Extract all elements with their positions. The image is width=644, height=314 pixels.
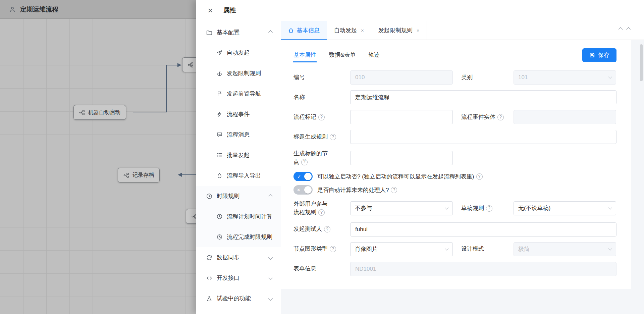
chevron-up-icon — [268, 30, 273, 35]
flow-node-auto-start[interactable]: 机器自动启动 — [73, 105, 126, 120]
experiment-icon — [206, 296, 212, 302]
help-icon[interactable] — [301, 159, 308, 165]
drawer-header: 属性 — [196, 0, 644, 21]
scrollbar-thumb[interactable] — [640, 44, 643, 81]
sidebar-group-dev-api[interactable]: 开发接口 — [196, 268, 281, 288]
toggle-knob — [304, 186, 312, 194]
draft-rule-select[interactable]: 无(不设草稿) — [514, 201, 616, 215]
tab-panel: 基本属性 数据&表单 轨迹 保存 编号 类别 — [281, 40, 644, 314]
category-select: 101 — [514, 70, 616, 85]
scroll-up-icon[interactable] — [626, 27, 631, 32]
form-card: 基本属性 数据&表单 轨迹 保存 编号 类别 — [281, 40, 631, 289]
test-user-input[interactable] — [350, 222, 616, 237]
code-icon — [206, 275, 212, 281]
droplet-icon — [217, 173, 222, 178]
subtab-basic-props[interactable]: 基本属性 — [293, 51, 316, 59]
chevron-down-icon — [268, 296, 273, 301]
tab-auto-initiate[interactable]: 自动发起 — [327, 21, 371, 40]
drawer-title: 属性 — [223, 6, 236, 15]
help-icon[interactable] — [476, 173, 483, 180]
chevron-down-icon — [445, 206, 448, 209]
sidebar-item-process-import-export[interactable]: 流程导入导出 — [196, 165, 281, 186]
close-tab-icon[interactable] — [361, 28, 364, 33]
help-icon[interactable] — [324, 226, 330, 232]
flag-icon — [217, 91, 222, 97]
clock-icon — [217, 234, 222, 240]
flow-icon — [188, 62, 194, 68]
subtab-track[interactable]: 轨迹 — [368, 51, 380, 59]
design-mode-select: 极简 — [514, 242, 616, 256]
flow-icon — [79, 110, 85, 115]
flow-icon — [123, 172, 129, 178]
tab-basic-info[interactable]: 基本信息 — [281, 21, 327, 40]
message-icon — [217, 132, 222, 138]
chevron-up-icon — [268, 194, 273, 198]
flow-mark-label: 流程标记 — [293, 113, 350, 121]
help-icon[interactable] — [330, 134, 336, 140]
subtab-data-form[interactable]: 数据&表单 — [329, 51, 356, 59]
independent-start-label: 可以独立启动否? (独立启动的流程可以显示在发起流程列表里) — [317, 173, 474, 180]
sidebar-group-data-sync[interactable]: 数据同步 — [196, 247, 281, 268]
list-icon — [217, 152, 222, 158]
sidebar-item-pre-initiate-navigation[interactable]: 发起前置导航 — [196, 84, 281, 104]
sidebar-group-time-rules[interactable]: 时限规则 — [196, 186, 281, 206]
name-label: 名称 — [293, 93, 350, 102]
help-icon[interactable] — [318, 114, 325, 120]
node-graphic-type-label: 节点图形类型 — [293, 245, 350, 253]
tab-initiate-restriction[interactable]: 发起限制规则 — [371, 21, 427, 40]
sidebar-group-basic-config[interactable]: 基本配置 — [196, 22, 281, 43]
number-input — [350, 70, 453, 85]
chevron-down-icon — [445, 247, 448, 250]
number-label: 编号 — [293, 73, 350, 82]
sidebar-item-complete-time-rule[interactable]: 流程完成时限规则 — [196, 227, 281, 247]
close-tab-icon[interactable] — [417, 28, 420, 33]
close-icon[interactable] — [206, 6, 215, 15]
sidebar-item-process-events[interactable]: 流程事件 — [196, 104, 281, 124]
save-button[interactable]: 保存 — [582, 48, 616, 62]
chevron-down-icon — [608, 206, 612, 209]
node-graphic-type-select[interactable]: 肖像图片 — [350, 242, 453, 256]
sidebar-item-process-messages[interactable]: 流程消息 — [196, 124, 281, 145]
clock-icon — [206, 193, 212, 199]
tab-bar: 基本信息 自动发起 发起限制规则 — [281, 21, 644, 40]
subtab-bar: 基本属性 数据&表单 轨迹 保存 — [293, 48, 616, 62]
flow-mark-input[interactable] — [350, 110, 453, 124]
auto-calc-handler-toggle[interactable] — [293, 185, 313, 195]
title-node-input[interactable] — [350, 151, 453, 165]
properties-drawer: 属性 基本配置 自动发起 发起限制规则 — [196, 0, 644, 314]
sidebar-item-initiate-restriction[interactable]: 发起限制规则 — [196, 63, 281, 84]
form-info-label: 表单信息 — [293, 265, 350, 273]
check-icon — [297, 174, 301, 179]
toggle-knob — [304, 173, 312, 180]
help-icon[interactable] — [486, 205, 492, 212]
clock-icon — [217, 214, 222, 219]
chevron-down-icon — [608, 75, 612, 78]
user-icon — [9, 6, 15, 12]
name-input[interactable] — [350, 90, 616, 104]
auto-calc-handler-label: 是否自动计算未来的处理人? — [317, 186, 389, 194]
event-entity-label: 流程事件实体 — [461, 113, 514, 121]
title-node-label: 生成标题的节点 — [293, 150, 331, 166]
chevron-down-icon — [608, 247, 612, 250]
title-rule-label: 标题生成规则 — [293, 133, 350, 141]
design-mode-label: 设计模式 — [461, 245, 514, 253]
test-user-label: 发起测试人 — [293, 225, 350, 233]
help-icon[interactable] — [391, 187, 397, 193]
sidebar-item-plan-time-calc[interactable]: 流程计划时间计算 — [196, 206, 281, 227]
help-icon[interactable] — [318, 209, 325, 216]
drawer-sidebar: 基本配置 自动发起 发起限制规则 发起前置导航 — [196, 21, 281, 314]
title-rule-input[interactable] — [350, 130, 616, 144]
help-icon[interactable] — [497, 114, 504, 120]
help-icon[interactable] — [330, 246, 336, 252]
chevron-down-icon — [268, 276, 273, 280]
flow-node-archive[interactable]: 记录存档 — [118, 168, 160, 182]
sidebar-item-auto-initiate[interactable]: 自动发起 — [196, 43, 281, 63]
independent-start-toggle[interactable] — [293, 172, 313, 181]
sidebar-item-batch-initiate[interactable]: 批量发起 — [196, 145, 281, 165]
external-user-rule-label: 外部用户参与流程规则 — [293, 200, 331, 216]
home-icon — [288, 28, 294, 33]
scroll-up-icon[interactable] — [619, 27, 623, 32]
lightning-icon — [217, 111, 222, 117]
sidebar-group-experimental[interactable]: 试验中的功能 — [196, 288, 281, 309]
external-user-rule-select[interactable]: 不参与 — [350, 201, 453, 215]
